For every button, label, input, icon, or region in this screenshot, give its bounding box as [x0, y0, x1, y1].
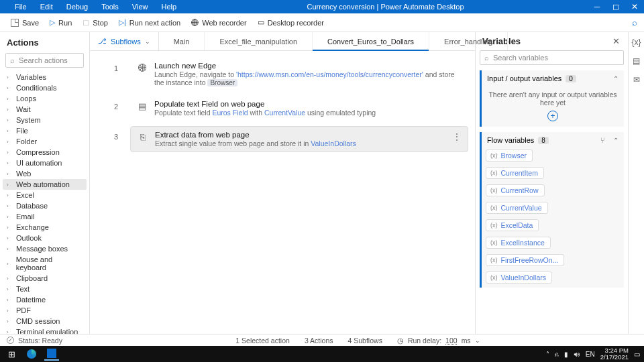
action-category-label: Variables	[16, 73, 46, 81]
menu-view[interactable]: View	[125, 3, 155, 11]
flow-variable[interactable]: (x)CurrentRow	[486, 183, 620, 196]
action-category-label: Wait	[16, 105, 31, 113]
flow-step[interactable]: 🌐︎Launch new EdgeLaunch Edge, navigate t…	[130, 58, 468, 90]
flow-variable[interactable]: (x)CurrentValue	[486, 200, 620, 214]
action-category[interactable]: ›File	[3, 125, 87, 136]
subflow-tab[interactable]: Excel_file_manipulation	[205, 32, 313, 50]
minimize-button[interactable]: ─	[588, 0, 606, 13]
action-category[interactable]: ›Email	[3, 211, 87, 222]
action-category[interactable]: ›Web	[3, 168, 87, 179]
actions-pane: Actions ⌕ Search actions ›Variables›Cond…	[0, 32, 90, 334]
chevron-right-icon: ›	[7, 192, 12, 198]
io-count-badge: 0	[566, 75, 576, 82]
save-button[interactable]: Save	[5, 19, 44, 27]
menu-edit[interactable]: Edit	[34, 3, 60, 11]
io-variables-header[interactable]: Input / output variables 0 ⌃	[482, 70, 624, 86]
taskbar-pad[interactable]	[44, 347, 59, 361]
web-recorder-button[interactable]: 🌐︎Web recorder	[186, 19, 252, 27]
close-variables-button[interactable]: ✕	[610, 36, 623, 46]
action-category[interactable]: ›CMD session	[3, 316, 87, 326]
actions-search[interactable]: ⌕ Search actions	[5, 53, 84, 68]
add-io-variable-button[interactable]: +	[547, 111, 558, 121]
subflow-tab[interactable]: Error_handling	[429, 32, 508, 50]
maximize-button[interactable]: ◻	[606, 0, 625, 13]
action-category-label: CMD session	[16, 317, 60, 325]
run-delay[interactable]: ◷ Run delay: 100 ms ⌄	[397, 337, 480, 345]
action-category[interactable]: ›Excel	[3, 190, 87, 200]
action-category[interactable]: ›Text	[3, 284, 87, 294]
step-title: Launch new Edge	[154, 62, 462, 70]
action-category[interactable]: ›Conditionals	[3, 82, 87, 93]
run-button[interactable]: ▷Run	[44, 18, 77, 27]
tray-wifi-icon[interactable]: ⎌	[555, 351, 559, 358]
filter-icon[interactable]: ⑂	[600, 136, 605, 144]
action-category[interactable]: ›Outlook	[3, 233, 87, 243]
flow-variables-header[interactable]: Flow variables 8 ⑂ ⌃	[482, 132, 624, 148]
step-menu-button[interactable]: ⋮	[453, 132, 461, 141]
action-category[interactable]: ›Mouse and keyboard	[3, 254, 87, 273]
menu-help[interactable]: Help	[154, 3, 183, 11]
action-category-label: Text	[16, 285, 30, 293]
start-button[interactable]: ⊞	[4, 347, 19, 361]
flow-step[interactable]: ⎘Extract data from web pageExtract singl…	[130, 126, 468, 152]
action-category[interactable]: ›Wait	[3, 104, 87, 115]
action-category[interactable]: ›Compression	[3, 147, 87, 158]
chevron-right-icon: ›	[7, 128, 12, 134]
chevron-right-icon: ›	[7, 139, 12, 145]
action-category-label: Datetime	[16, 296, 46, 304]
tray-notifications-icon[interactable]: ▭	[634, 351, 640, 358]
tray-volume-icon[interactable]: 🔊︎	[574, 351, 580, 358]
subflow-tab[interactable]: Convert_Euros_to_Dollars	[313, 32, 429, 50]
action-category[interactable]: ›Folder	[3, 136, 87, 147]
action-category[interactable]: ›Exchange	[3, 222, 87, 233]
chevron-right-icon: ›	[7, 246, 12, 252]
status-bar: ✓Status: Ready 1 Selected action 3 Actio…	[0, 334, 644, 346]
tray-battery-icon[interactable]: ▮	[564, 351, 568, 358]
flow-variable[interactable]: (x)CurrentItem	[486, 166, 620, 179]
action-category[interactable]: ›PDF	[3, 305, 87, 316]
action-category[interactable]: ›Loops	[3, 93, 87, 104]
flow-variable[interactable]: (x)ExcelData	[486, 218, 620, 231]
flow-variable[interactable]: (x)ExcelInstance	[486, 235, 620, 249]
subflows-dropdown[interactable]: ⎇ Subflows ⌄	[90, 32, 159, 50]
stop-button[interactable]: ▢Stop	[77, 18, 113, 27]
tray-lang[interactable]: EN	[586, 351, 595, 358]
action-category[interactable]: ›Datetime	[3, 294, 87, 305]
subflow-tab[interactable]: Main	[159, 32, 205, 50]
braces-icon[interactable]: {x}	[631, 38, 641, 47]
tray-clock[interactable]: 3:24 PM2/17/2021	[600, 347, 629, 361]
menu-debug[interactable]: Debug	[60, 3, 95, 11]
action-category[interactable]: ›Clipboard	[3, 273, 87, 284]
variable-type-icon: (x)	[490, 257, 498, 263]
action-category[interactable]: ›Variables	[3, 72, 87, 82]
action-category[interactable]: ›Terminal emulation	[3, 326, 87, 334]
variable-type-icon: (x)	[490, 152, 498, 159]
action-category-label: Web	[16, 170, 31, 178]
taskbar-edge[interactable]	[24, 347, 39, 361]
flow-step[interactable]: ▤Populate text Field on web pagePopulate…	[130, 96, 468, 121]
flow-variable[interactable]: (x)ValueInDollars	[486, 270, 620, 284]
globe-icon: 🌐︎	[191, 19, 199, 27]
menu-tools[interactable]: Tools	[95, 3, 125, 11]
step-number: 1	[97, 58, 130, 72]
layers-icon[interactable]: ▤	[633, 56, 640, 66]
flow-variable[interactable]: (x)FirstFreeRowOn...	[486, 253, 620, 266]
image-icon[interactable]: ✉	[633, 75, 640, 84]
check-icon: ✓	[7, 337, 14, 344]
action-category[interactable]: ›Message boxes	[3, 243, 87, 254]
action-category[interactable]: ›UI automation	[3, 158, 87, 168]
run-next-button[interactable]: ▷|Run next action	[113, 18, 186, 27]
action-category-label: Database	[16, 202, 48, 210]
chevron-right-icon: ›	[7, 117, 12, 123]
close-button[interactable]: ✕	[625, 0, 644, 13]
windows-taskbar: ⊞ ˄ ⎌ ▮ 🔊︎ EN 3:24 PM2/17/2021 ▭	[0, 346, 644, 362]
action-category[interactable]: ›Web automation	[3, 179, 87, 190]
flow-variable[interactable]: (x)Browser	[486, 148, 620, 162]
desktop-recorder-button[interactable]: ▭Desktop recorder	[252, 18, 329, 27]
action-category[interactable]: ›System	[3, 115, 87, 125]
menu-file[interactable]: File	[8, 3, 34, 11]
variables-search[interactable]: ⌕ Search variables	[480, 50, 624, 65]
toolbar-search-icon[interactable]: ⌕	[632, 17, 637, 27]
action-category[interactable]: ›Database	[3, 200, 87, 211]
tray-chevron-icon[interactable]: ˄	[546, 351, 549, 358]
